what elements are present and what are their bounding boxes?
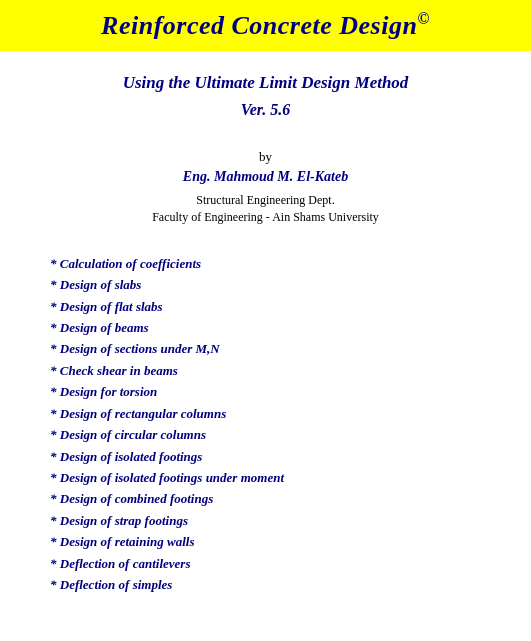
department: Structural Engineering Dept. xyxy=(30,193,501,208)
header-banner: Reinforced Concrete Design© xyxy=(0,0,531,51)
feature-item-15: * Deflection of simples xyxy=(50,574,501,595)
faculty: Faculty of Engineering - Ain Shams Unive… xyxy=(30,210,501,225)
main-content: Using the Ultimate Limit Design Method V… xyxy=(0,51,531,616)
by-label: by xyxy=(30,149,501,165)
subtitle: Using the Ultimate Limit Design Method xyxy=(30,73,501,93)
copyright-symbol: © xyxy=(417,10,429,27)
feature-item-12: * Design of strap footings xyxy=(50,510,501,531)
feature-item-8: * Design of circular columns xyxy=(50,424,501,445)
features-list: * Calculation of coefficients* Design of… xyxy=(30,253,501,596)
version: Ver. 5.6 xyxy=(30,101,501,119)
feature-item-2: * Design of flat slabs xyxy=(50,296,501,317)
feature-item-1: * Design of slabs xyxy=(50,274,501,295)
title-text: Reinforced Concrete Design xyxy=(101,11,417,40)
feature-item-4: * Design of sections under M,N xyxy=(50,338,501,359)
feature-item-5: * Check shear in beams xyxy=(50,360,501,381)
feature-item-9: * Design of isolated footings xyxy=(50,446,501,467)
feature-item-14: * Deflection of cantilevers xyxy=(50,553,501,574)
feature-item-3: * Design of beams xyxy=(50,317,501,338)
feature-item-7: * Design of rectangular columns xyxy=(50,403,501,424)
feature-item-6: * Design for torsion xyxy=(50,381,501,402)
feature-item-13: * Design of retaining walls xyxy=(50,531,501,552)
feature-item-11: * Design of combined footings xyxy=(50,488,501,509)
app-title: Reinforced Concrete Design© xyxy=(20,10,511,41)
feature-item-0: * Calculation of coefficients xyxy=(50,253,501,274)
feature-item-10: * Design of isolated footings under mome… xyxy=(50,467,501,488)
author-name: Eng. Mahmoud M. El-Kateb xyxy=(30,169,501,185)
